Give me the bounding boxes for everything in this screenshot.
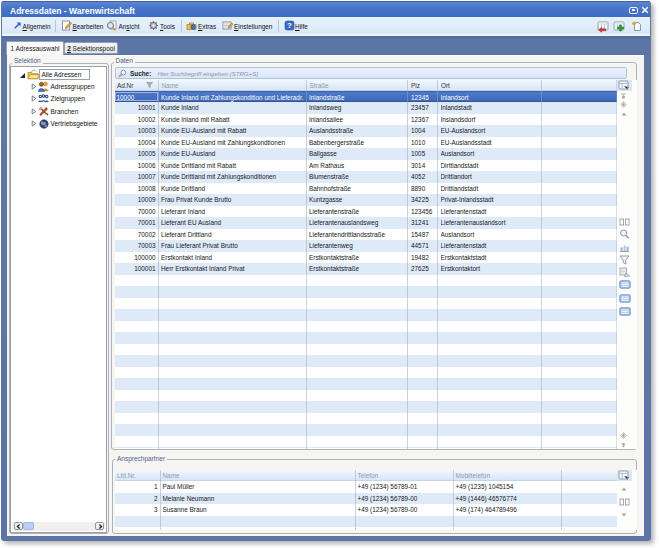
svg-text:?: ? — [287, 21, 292, 30]
